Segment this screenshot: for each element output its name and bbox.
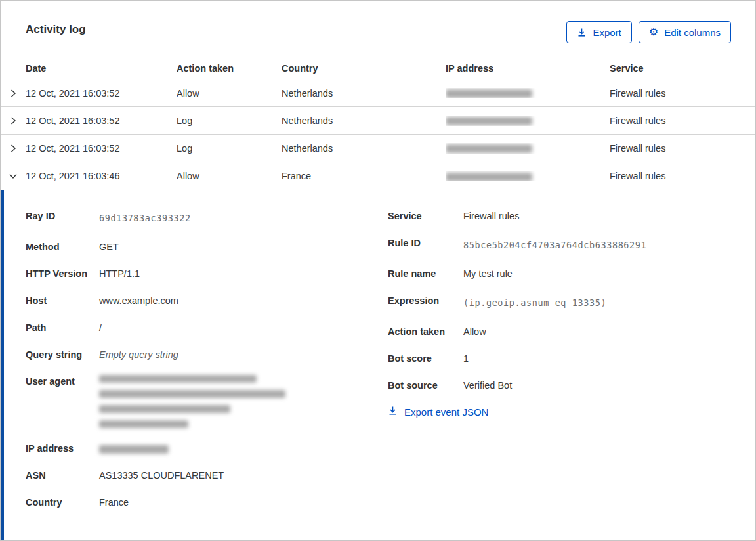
detail-right-column: Service Firewall rules Rule ID 85bce5b20…: [388, 209, 663, 418]
detail-row-user-agent: User agent: [26, 375, 354, 428]
detail-row-expression: Expression (ip.geoip.asnum eq 13335): [388, 294, 663, 311]
detail-row-rule-name: Rule name My test rule: [388, 267, 663, 280]
page-title: Activity log: [26, 23, 86, 36]
expand-row-button[interactable]: [1, 89, 26, 98]
detail-row-host: Host www.example.com: [26, 294, 354, 307]
row-date: 12 Oct, 2021 16:03:52: [26, 88, 177, 98]
detail-row-rule-id: Rule ID 85bce5b204cf4703a764dcb633886291: [388, 236, 663, 253]
detail-row-http-version: HTTP Version HTTP/1.1: [26, 267, 354, 280]
row-service: Firewall rules: [610, 116, 755, 126]
table-header-row: Date Action taken Country IP address Ser…: [1, 57, 755, 79]
chevron-right-icon: [9, 144, 18, 153]
row-date: 12 Oct, 2021 16:03:46: [26, 171, 177, 181]
row-country: Netherlands: [282, 88, 446, 98]
download-icon: [388, 406, 398, 418]
table-row[interactable]: 12 Oct, 2021 16:03:52 Allow Netherlands …: [1, 79, 755, 107]
chevron-right-icon: [9, 89, 18, 98]
toolbar: Export ⚙ Edit columns: [566, 21, 731, 43]
user-agent-redacted: [99, 375, 285, 428]
row-service: Firewall rules: [610, 171, 755, 181]
row-date: 12 Oct, 2021 16:03:52: [26, 116, 177, 126]
table-row[interactable]: 12 Oct, 2021 16:03:52 Log Netherlands Fi…: [1, 135, 755, 162]
detail-row-query-string: Query string Empty query string: [26, 348, 354, 361]
row-action: Log: [177, 116, 282, 126]
detail-row-bot-score: Bot score 1: [388, 352, 663, 365]
detail-row-service: Service Firewall rules: [388, 209, 663, 223]
detail-row-path: Path /: [26, 321, 354, 334]
detail-row-asn: ASN AS13335 CLOUDFLARENET: [26, 469, 354, 482]
chevron-right-icon: [9, 116, 18, 125]
detail-row-method: Method GET: [26, 240, 354, 253]
row-service: Firewall rules: [610, 143, 755, 154]
row-service: Firewall rules: [610, 88, 755, 98]
row-ip-redacted: [446, 88, 610, 98]
row-ip-redacted: [446, 116, 610, 126]
row-action: Allow: [177, 88, 282, 98]
column-header-action-taken: Action taken: [177, 63, 282, 74]
export-event-json-label: Export event JSON: [404, 406, 488, 418]
export-button[interactable]: Export: [566, 21, 631, 43]
gear-icon: ⚙: [649, 27, 658, 37]
ip-address-redacted: [99, 442, 285, 455]
event-detail-panel: Ray ID 69d13783ac393322 Method GET HTTP …: [1, 190, 755, 541]
export-button-label: Export: [593, 27, 621, 38]
export-event-json-link[interactable]: Export event JSON: [388, 406, 488, 418]
edit-columns-button[interactable]: ⚙ Edit columns: [639, 21, 731, 43]
row-country: Netherlands: [282, 143, 446, 154]
row-ip-redacted: [446, 143, 610, 154]
column-header-service: Service: [610, 63, 755, 74]
detail-row-bot-source: Bot source Verified Bot: [388, 379, 663, 392]
row-country: Netherlands: [282, 116, 446, 126]
expand-row-button[interactable]: [1, 144, 26, 153]
detail-row-ray-id: Ray ID 69d13783ac393322: [26, 209, 354, 227]
detail-left-column: Ray ID 69d13783ac393322 Method GET HTTP …: [26, 209, 354, 523]
collapse-row-button[interactable]: [1, 171, 26, 181]
table-row-expanded[interactable]: 12 Oct, 2021 16:03:46 Allow France Firew…: [1, 162, 755, 190]
chevron-down-icon: [9, 171, 18, 181]
detail-row-country: Country France: [26, 496, 354, 509]
row-date: 12 Oct, 2021 16:03:52: [26, 143, 177, 154]
expand-row-button[interactable]: [1, 116, 26, 125]
row-action: Log: [177, 143, 282, 154]
row-country: France: [282, 171, 446, 181]
activity-log-table: Date Action taken Country IP address Ser…: [1, 57, 755, 190]
detail-row-ip-address: IP address: [26, 442, 354, 455]
row-ip-redacted: [446, 171, 610, 181]
activity-log-page: Activity log Export ⚙ Edit columns: [0, 0, 756, 541]
column-header-country: Country: [282, 63, 446, 74]
row-action: Allow: [177, 171, 282, 181]
header: Activity log Export ⚙ Edit columns: [1, 1, 755, 57]
download-icon: [577, 28, 587, 37]
table-row[interactable]: 12 Oct, 2021 16:03:52 Log Netherlands Fi…: [1, 107, 755, 135]
column-header-date: Date: [26, 63, 177, 74]
column-header-ip-address: IP address: [446, 63, 610, 74]
detail-row-action-taken: Action taken Allow: [388, 325, 663, 338]
edit-columns-button-label: Edit columns: [664, 27, 721, 38]
